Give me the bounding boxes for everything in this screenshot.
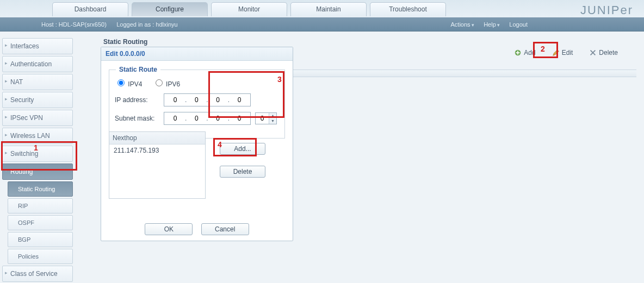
- plus-icon: [514, 49, 522, 56]
- tab-troubleshoot[interactable]: Troubleshoot: [370, 2, 446, 16]
- sidebar-item-rip[interactable]: RIP: [8, 198, 73, 213]
- actions-menu[interactable]: Actions: [450, 21, 474, 28]
- sidebar-item-interfaces[interactable]: Interfaces: [2, 38, 73, 54]
- sidebar-item-bgp[interactable]: BGP: [8, 232, 73, 247]
- nexthop-header: Nexthop: [109, 132, 205, 144]
- tab-configure[interactable]: Configure: [132, 2, 208, 16]
- ip-version-radios: IPV4 IPV6: [115, 78, 279, 88]
- sidebar-group-routing[interactable]: Routing: [2, 163, 73, 180]
- mask-oct-4[interactable]: [231, 114, 248, 123]
- tab-maintain[interactable]: Maintain: [290, 2, 367, 16]
- sidebar: Interfaces Authentication NAT Security I…: [2, 38, 73, 283]
- radio-ipv4[interactable]: IPV4: [115, 80, 144, 88]
- dialog-buttons: OK Cancel: [101, 223, 293, 235]
- toolbar-delete-button[interactable]: Delete: [585, 47, 622, 59]
- cidr-up-icon[interactable]: ▲: [269, 113, 276, 118]
- sidebar-item-ipsec-vpn[interactable]: IPSec VPN: [2, 110, 73, 126]
- sidebar-item-security[interactable]: Security: [2, 92, 73, 108]
- cidr-down-icon[interactable]: ▼: [269, 118, 276, 124]
- host-label: Host : HDL-SAP(srx650): [41, 21, 107, 28]
- sidebar-item-nat[interactable]: NAT: [2, 74, 73, 90]
- subnet-mask-input-group: . . .: [164, 112, 251, 125]
- radio-ipv6-input[interactable]: [156, 79, 163, 86]
- pencil-icon: [552, 49, 560, 56]
- mask-oct-2[interactable]: [188, 114, 205, 123]
- static-route-fieldset: Static Route IPV4 IPV6 IP address:: [109, 70, 285, 139]
- panel-header: Edit 0.0.0.0/0: [101, 47, 293, 61]
- x-icon: [589, 49, 597, 56]
- cidr-input[interactable]: [256, 114, 269, 123]
- ip-address-label: IP address:: [115, 96, 164, 104]
- fieldset-legend: Static Route: [116, 66, 160, 73]
- cidr-spinner: ▲ ▼: [255, 112, 277, 124]
- toolbar-edit-button[interactable]: Edit: [548, 47, 578, 59]
- edit-static-route-panel: Edit 0.0.0.0/0 Static Route IPV4 IPV6 IP…: [101, 47, 293, 241]
- toolbar-add-label: Add: [524, 49, 535, 56]
- subnet-mask-label: Subnet mask:: [115, 115, 164, 122]
- sidebar-item-switching[interactable]: Switching: [2, 146, 73, 162]
- nexthop-item[interactable]: 211.147.75.193: [109, 144, 205, 156]
- radio-ipv4-input[interactable]: [117, 79, 125, 86]
- ip-oct-3[interactable]: [209, 95, 227, 105]
- nexthop-buttons: Add... Delete: [220, 143, 265, 178]
- ip-dot: .: [185, 96, 187, 104]
- ip-dot: .: [206, 115, 208, 122]
- radio-ipv6-label: IPV6: [166, 80, 180, 88]
- subnet-mask-row: Subnet mask: . . . ▲ ▼: [115, 112, 279, 125]
- radio-ipv4-label: IPV4: [128, 80, 142, 88]
- mask-oct-3[interactable]: [209, 114, 227, 123]
- sidebar-routing-children: Static Routing RIP OSPF BGP Policies: [8, 181, 73, 264]
- help-menu[interactable]: Help: [484, 21, 500, 28]
- toolbar-delete-label: Delete: [599, 49, 618, 56]
- ip-address-input-group: . . .: [164, 93, 251, 106]
- sidebar-item-static-routing[interactable]: Static Routing: [8, 181, 73, 197]
- ip-oct-4[interactable]: [231, 95, 248, 105]
- info-bar: Host : HDL-SAP(srx650) Logged in as : hd…: [0, 17, 644, 32]
- sidebar-item-policies[interactable]: Policies: [8, 249, 73, 264]
- sidebar-item-class-of-service[interactable]: Class of Service: [2, 266, 73, 282]
- ip-address-row: IP address: . . .: [115, 93, 279, 106]
- ok-button[interactable]: OK: [145, 223, 193, 235]
- logout-link[interactable]: Logout: [509, 21, 528, 28]
- main: Static Routing Add Edit Delete Edit 0.0.…: [87, 34, 640, 279]
- ip-dot: .: [185, 115, 187, 122]
- toolbar-add-button[interactable]: Add: [510, 47, 540, 59]
- ip-dot: .: [228, 96, 230, 104]
- sidebar-item-authentication[interactable]: Authentication: [2, 56, 73, 72]
- top-tabs: Dashboard Configure Monitor Maintain Tro…: [52, 2, 446, 16]
- tab-monitor[interactable]: Monitor: [211, 2, 287, 16]
- sidebar-item-ospf[interactable]: OSPF: [8, 215, 73, 230]
- ip-oct-1[interactable]: [166, 95, 184, 105]
- mask-oct-1[interactable]: [166, 114, 184, 123]
- tab-dashboard[interactable]: Dashboard: [52, 2, 128, 16]
- ip-dot: .: [228, 115, 230, 122]
- nexthop-add-button[interactable]: Add...: [220, 143, 265, 155]
- nexthop-delete-button[interactable]: Delete: [220, 166, 265, 178]
- toolbar-edit-label: Edit: [562, 49, 573, 56]
- logo-brand: JUNIPer: [580, 3, 633, 17]
- radio-ipv6[interactable]: IPV6: [153, 80, 180, 88]
- cancel-button[interactable]: Cancel: [201, 223, 249, 235]
- ip-oct-2[interactable]: [188, 95, 205, 105]
- login-label: Logged in as : hdlxinyu: [116, 21, 178, 28]
- sidebar-item-wireless-lan[interactable]: Wireless LAN: [2, 128, 73, 144]
- toolbar: Add Edit Delete: [510, 47, 622, 59]
- nexthop-list: Nexthop 211.147.75.193: [109, 131, 206, 199]
- app-root: Dashboard Configure Monitor Maintain Tro…: [0, 0, 644, 283]
- page-title: Static Routing: [103, 38, 640, 46]
- ip-dot: .: [206, 96, 208, 104]
